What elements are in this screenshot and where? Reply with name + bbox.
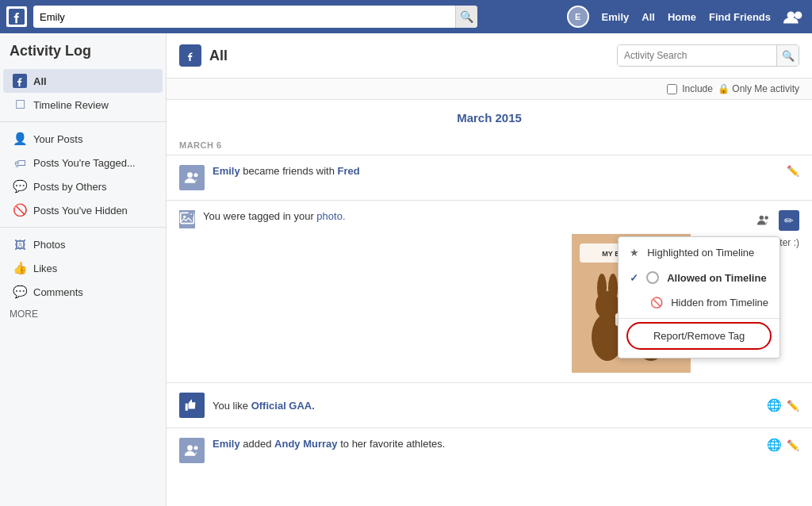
nav-find-friends[interactable]: Find Friends <box>709 11 771 23</box>
facebook-logo <box>6 6 27 27</box>
athletes-text3: to her favorite athletes. <box>340 438 445 450</box>
svg-point-10 <box>760 216 764 220</box>
friends-icon-item <box>179 165 205 190</box>
include-label: Include <box>682 83 713 94</box>
photo-tag-text: You were tagged in your <box>203 210 316 222</box>
fb-logo-main <box>179 44 201 67</box>
thumb-icon: 👍 <box>13 261 27 275</box>
eye-slash-icon: 🚫 <box>13 203 27 217</box>
friends-activity-content: Emily became friends with Fred <box>213 165 779 177</box>
activity-search-bar[interactable]: 🔍 <box>617 44 799 67</box>
sidebar-item-your-posts[interactable]: 👤 Your Posts <box>3 127 163 151</box>
sidebar-more[interactable]: MORE <box>0 304 166 324</box>
sidebar-item-photos[interactable]: 🖼 Photos <box>3 232 163 256</box>
sidebar-divider-2 <box>0 227 166 228</box>
nav-home[interactable]: All <box>642 11 655 23</box>
athletes-edit-icon[interactable]: ✏️ <box>787 439 799 451</box>
sidebar-item-your-posts-label: Your Posts <box>33 133 82 145</box>
like-activity-content: You like Official GAA. <box>213 400 759 412</box>
sidebar: Activity Log All ☐ Timeline Review 👤 You… <box>0 33 167 506</box>
friends-text: became friends with <box>243 165 337 177</box>
sidebar-item-all-label: All <box>33 75 47 87</box>
page-layout: Activity Log All ☐ Timeline Review 👤 You… <box>0 33 812 506</box>
globe-icon: 🌐 <box>767 398 782 412</box>
main-content: All 🔍 Include 🔒 Only Me activity March 2… <box>167 33 812 506</box>
main-header: All 🔍 <box>167 33 812 79</box>
nav-user-name[interactable]: Emily <box>602 11 630 23</box>
like-icon-item <box>179 393 205 418</box>
sidebar-item-posts-hidden[interactable]: 🚫 Posts You've Hidden <box>3 198 163 222</box>
person-icon: 👤 <box>13 132 27 146</box>
svg-point-11 <box>764 216 768 220</box>
athletes-globe-icon: 🌐 <box>767 438 782 452</box>
photo-edit-icon[interactable]: ✏ <box>779 210 799 231</box>
circle-icon <box>646 271 659 284</box>
nav-home-link[interactable]: Home <box>668 11 696 23</box>
comment-icon: 💬 <box>13 179 27 194</box>
only-me-label: 🔒 Only Me activity <box>718 83 799 94</box>
block-icon: 🚫 <box>650 297 663 309</box>
sidebar-item-posts-tagged[interactable]: 🏷 Posts You're Tagged... <box>3 151 163 174</box>
svg-point-6 <box>194 173 198 177</box>
photo-tag-content: You were tagged in your photo. <box>203 210 564 222</box>
facebook-small-icon <box>13 74 27 88</box>
sidebar-title: Activity Log <box>0 43 166 69</box>
svg-point-8 <box>183 216 186 218</box>
dropdown-hidden[interactable]: 🚫 Hidden from Timeline <box>619 290 779 315</box>
svg-point-2 <box>795 11 802 18</box>
activity-search-input[interactable] <box>618 45 776 66</box>
activity-athletes: Emily added Andy Murray to her favorite … <box>167 427 812 473</box>
main-title: All <box>209 48 228 64</box>
sidebar-item-posts-tagged-label: Posts You're Tagged... <box>33 157 136 169</box>
report-remove-tag-button[interactable]: Report/Remove Tag <box>626 322 772 350</box>
athletes-actions: 🌐 ✏️ <box>767 438 799 452</box>
dropdown-highlighted[interactable]: ★ Highlighted on Timeline <box>619 240 779 265</box>
friends-actions: ✏️ <box>787 165 799 177</box>
activity-photo-tag: You were tagged in your photo. ✏ <box>167 200 812 382</box>
like-link[interactable]: Official GAA. <box>251 400 315 412</box>
dropdown-allowed[interactable]: ✓ Allowed on Timeline <box>619 265 779 290</box>
sidebar-item-timeline-review[interactable]: ☐ Timeline Review <box>3 93 163 117</box>
report-tag-label: Report/Remove Tag <box>653 330 745 342</box>
photo-top-actions: ✏ <box>572 210 799 231</box>
photo-icon: 🖼 <box>13 237 27 251</box>
sidebar-item-comments[interactable]: 💬 Comments <box>3 280 163 304</box>
friends-user-link[interactable]: Emily <box>213 165 240 177</box>
activity-search-icon[interactable]: 🔍 <box>776 45 799 66</box>
star-icon: ★ <box>630 247 639 259</box>
include-only-me-checkbox[interactable] <box>667 84 677 94</box>
dropdown-highlighted-label: Highlighted on Timeline <box>647 247 754 259</box>
activity-like: You like Official GAA. 🌐 ✏️ <box>167 382 812 427</box>
sidebar-item-all[interactable]: All <box>3 69 163 93</box>
dropdown-divider <box>619 318 779 319</box>
sidebar-item-likes[interactable]: 👍 Likes <box>3 256 163 280</box>
global-search-bar[interactable]: 🔍 <box>33 6 477 28</box>
svg-point-18 <box>608 274 618 302</box>
athletes-athlete-link[interactable]: Andy Murray <box>274 438 337 450</box>
sidebar-item-comments-label: Comments <box>33 286 83 298</box>
like-edit-icon[interactable]: ✏️ <box>787 400 799 412</box>
global-search-input[interactable] <box>33 6 455 28</box>
nav-right: E Emily All Home Find Friends <box>567 6 806 28</box>
svg-point-5 <box>187 172 193 178</box>
svg-point-28 <box>194 446 198 450</box>
global-search-button[interactable]: 🔍 <box>455 6 477 28</box>
friends-edit-icon[interactable]: ✏️ <box>787 165 799 177</box>
sidebar-item-posts-by-others[interactable]: 💬 Posts by Others <box>3 174 163 198</box>
like-text: You like <box>213 400 251 412</box>
svg-point-17 <box>597 274 607 302</box>
like-actions: 🌐 ✏️ <box>767 398 799 412</box>
photo-audience-icon[interactable] <box>753 210 774 231</box>
dropdown-hidden-label: Hidden from Timeline <box>671 297 768 309</box>
athletes-icon-item <box>179 438 205 463</box>
calendar-icon: ☐ <box>13 98 27 112</box>
friend-requests-icon[interactable] <box>783 9 806 25</box>
sidebar-item-timeline-label: Timeline Review <box>33 99 109 111</box>
friends-friend-link[interactable]: Fred <box>338 165 360 177</box>
dropdown-allowed-label: Allowed on Timeline <box>667 272 766 284</box>
photo-tag-icon-item <box>179 210 195 228</box>
include-bar: Include 🔒 Only Me activity <box>167 79 812 100</box>
sidebar-item-posts-by-others-label: Posts by Others <box>33 181 106 193</box>
athletes-user-link[interactable]: Emily <box>213 438 240 450</box>
photo-link[interactable]: photo. <box>316 210 345 222</box>
